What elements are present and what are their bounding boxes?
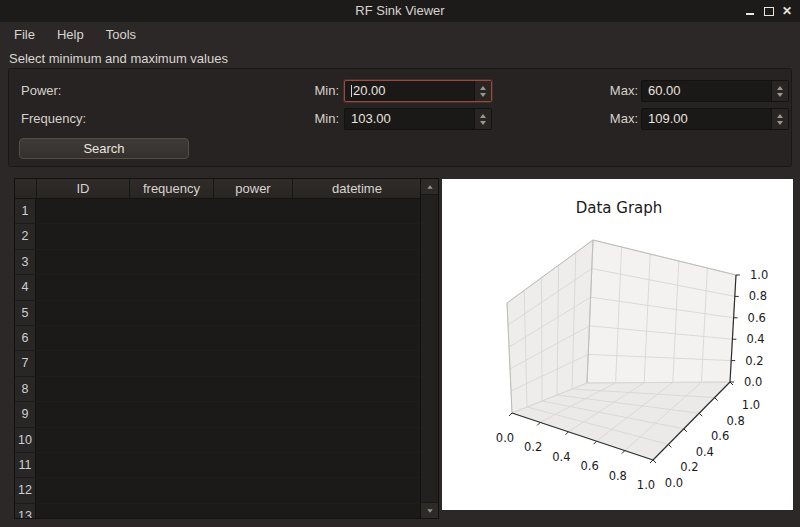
- frequency-min-value: 103.00: [351, 109, 391, 129]
- maximize-button[interactable]: [761, 0, 777, 22]
- power-min-value: 20.00: [351, 81, 386, 101]
- table-row[interactable]: 9: [15, 402, 421, 427]
- spin-down-icon[interactable]: [480, 121, 486, 125]
- spin-down-icon[interactable]: [777, 93, 783, 97]
- row-header[interactable]: 6: [15, 326, 36, 351]
- table-row[interactable]: 1: [15, 199, 421, 224]
- table-row-cells: [36, 377, 421, 402]
- tick-label: 0.2: [680, 460, 698, 474]
- row-header[interactable]: 8: [15, 377, 36, 402]
- scroll-up-icon: [427, 185, 432, 189]
- spin-down-icon[interactable]: [777, 121, 783, 125]
- column-header-power[interactable]: power: [214, 179, 293, 199]
- power-min-spinner[interactable]: [474, 81, 491, 101]
- table-row-cells: [36, 301, 421, 326]
- table-row[interactable]: 3: [15, 250, 421, 275]
- row-header[interactable]: 10: [15, 428, 36, 453]
- power-min-spinbox[interactable]: 20.00: [344, 80, 492, 102]
- row-header[interactable]: 5: [15, 301, 36, 326]
- menu-file[interactable]: File: [10, 25, 39, 44]
- table-row-cells: [36, 250, 421, 275]
- column-header-frequency[interactable]: frequency: [130, 179, 214, 199]
- frequency-min-spinbox[interactable]: 103.00: [344, 108, 492, 130]
- tick-label: 0.2: [745, 354, 763, 368]
- scroll-up-button[interactable]: [421, 179, 438, 195]
- minimize-button[interactable]: [742, 0, 758, 22]
- tick-label: 1.0: [637, 478, 655, 492]
- row-header[interactable]: 7: [15, 351, 36, 376]
- vertical-scrollbar[interactable]: [420, 179, 438, 518]
- table-header: ID frequency power datetime: [15, 179, 421, 199]
- app-window: RF Sink Viewer ✕ File Help Tools Select …: [0, 0, 800, 527]
- tick-label: 1.0: [742, 398, 760, 412]
- table-row[interactable]: 7: [15, 351, 421, 376]
- table-corner-cell[interactable]: [15, 179, 37, 199]
- frequency-row: Frequency: Min: 103.00 Max: 109.00: [9, 108, 791, 130]
- text-cursor: [351, 85, 352, 97]
- spin-up-icon[interactable]: [480, 114, 486, 118]
- tick-label: 0.0: [744, 375, 762, 389]
- tick-label: 0.4: [696, 445, 714, 459]
- table-main: ID frequency power datetime 123456789101…: [15, 179, 421, 518]
- search-button[interactable]: Search: [19, 138, 189, 159]
- titlebar: RF Sink Viewer ✕: [0, 0, 800, 22]
- frequency-min-label: Min:: [307, 108, 339, 130]
- tick-label: 0.2: [524, 440, 542, 454]
- scroll-down-button[interactable]: [421, 502, 438, 518]
- frequency-min-spinner[interactable]: [474, 109, 491, 129]
- power-row: Power: Min: 20.00 Max: 60.00: [9, 80, 791, 102]
- row-header[interactable]: 4: [15, 275, 36, 300]
- table-row-cells: [36, 453, 421, 478]
- column-header-datetime[interactable]: datetime: [293, 179, 421, 199]
- spin-down-icon[interactable]: [480, 93, 486, 97]
- chart-title: Data Graph: [576, 199, 663, 217]
- table-row[interactable]: 12: [15, 478, 421, 503]
- table-row[interactable]: 6: [15, 326, 421, 351]
- frequency-max-label: Max:: [606, 108, 638, 130]
- maximize-icon: [764, 7, 774, 16]
- table-row[interactable]: 8: [15, 377, 421, 402]
- table-row-cells: [36, 224, 421, 249]
- menubar: File Help Tools: [0, 22, 800, 46]
- 3d-axes-box: [507, 240, 740, 463]
- tick-label: 0.4: [746, 332, 764, 346]
- tick-label: 0.6: [580, 459, 598, 473]
- row-header[interactable]: 13: [15, 504, 36, 518]
- frequency-max-spinner[interactable]: [771, 109, 788, 129]
- table-row[interactable]: 5: [15, 301, 421, 326]
- minimize-icon: [746, 13, 754, 15]
- spin-up-icon[interactable]: [777, 86, 783, 90]
- table-row[interactable]: 2: [15, 224, 421, 249]
- row-header[interactable]: 1: [15, 199, 36, 224]
- table-row-cells: [36, 326, 421, 351]
- power-max-spinner[interactable]: [771, 81, 788, 101]
- table-row[interactable]: 10: [15, 428, 421, 453]
- tick-label: 0.8: [726, 414, 744, 428]
- power-min-label: Min:: [307, 80, 339, 102]
- tick-label: 1.0: [750, 268, 768, 282]
- table-row-cells: [36, 199, 421, 224]
- table-row-cells: [36, 428, 421, 453]
- table-row[interactable]: 11: [15, 453, 421, 478]
- table-row-cells: [36, 504, 421, 518]
- tick-label: 0.0: [665, 476, 683, 490]
- tick-label: 0.4: [552, 450, 570, 464]
- row-header[interactable]: 2: [15, 224, 36, 249]
- tick-label: 0.8: [749, 289, 767, 303]
- frequency-max-spinbox[interactable]: 109.00: [641, 108, 789, 130]
- row-header[interactable]: 3: [15, 250, 36, 275]
- column-header-id[interactable]: ID: [37, 179, 130, 199]
- scroll-down-icon: [427, 509, 432, 513]
- row-header[interactable]: 12: [15, 478, 36, 503]
- menu-tools[interactable]: Tools: [102, 25, 140, 44]
- tick-label: 0.6: [711, 429, 729, 443]
- spin-up-icon[interactable]: [480, 86, 486, 90]
- spin-up-icon[interactable]: [777, 114, 783, 118]
- row-header[interactable]: 11: [15, 453, 36, 478]
- table-row[interactable]: 4: [15, 275, 421, 300]
- power-max-spinbox[interactable]: 60.00: [641, 80, 789, 102]
- close-button[interactable]: ✕: [779, 0, 795, 22]
- table-row[interactable]: 13: [15, 504, 421, 518]
- menu-help[interactable]: Help: [53, 25, 88, 44]
- row-header[interactable]: 9: [15, 402, 36, 427]
